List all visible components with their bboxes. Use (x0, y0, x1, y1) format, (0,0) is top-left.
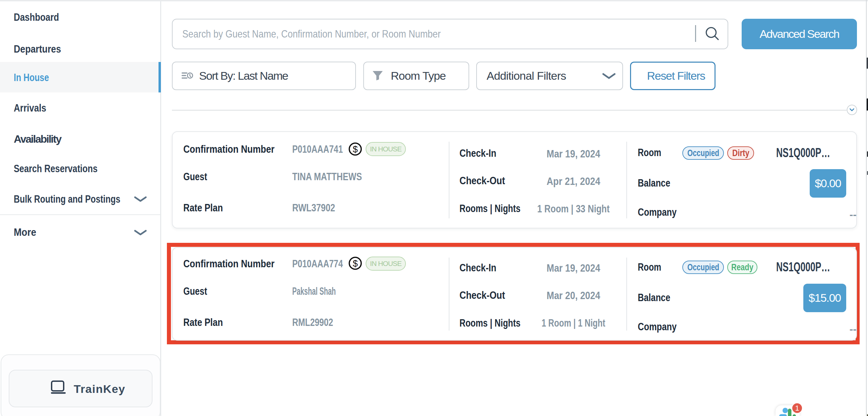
svg-text:$: $ (352, 259, 358, 268)
svg-text:$: $ (352, 145, 358, 154)
